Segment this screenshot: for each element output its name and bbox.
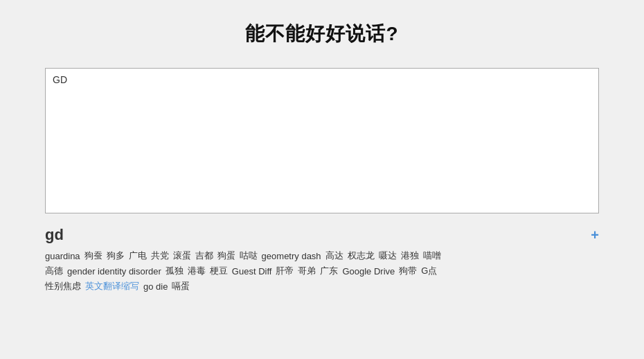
- suggestion-gudu[interactable]: 孤独: [166, 265, 184, 277]
- suggestion-guardina[interactable]: guardina: [45, 251, 80, 261]
- suggestion-guest-diff[interactable]: Guest Diff: [232, 266, 272, 277]
- suggestion-yingwen-fanyi[interactable]: 英文翻译缩写: [85, 280, 139, 292]
- suggestions-row-2: 高德 gender identity disorder 孤独 港毒 梗豆 Gue…: [45, 265, 599, 277]
- suggestion-gouduo[interactable]: 狗多: [107, 249, 125, 262]
- suggestion-google-drive[interactable]: Google Drive: [342, 266, 395, 277]
- suggestion-goudan[interactable]: 狗蛋: [217, 249, 235, 262]
- suggestions-container: gd + guardina 狗蚕 狗多 广电 共党 滚蛋 吉都 狗蛋 咕哒 ge…: [45, 226, 599, 295]
- suggestion-goucan[interactable]: 狗蚕: [84, 249, 102, 262]
- suggestion-guangdong[interactable]: 广东: [320, 265, 338, 277]
- suggestion-nieda[interactable]: 嗫达: [379, 249, 397, 262]
- suggestion-gundan[interactable]: 滚蛋: [173, 249, 191, 262]
- suggestion-gaode[interactable]: 高德: [45, 265, 63, 277]
- suggestion-gangdu2[interactable]: 港毒: [188, 265, 206, 277]
- suggestion-gedi[interactable]: 哥弟: [298, 265, 316, 277]
- suggestion-gongdang[interactable]: 共党: [151, 249, 169, 262]
- suggestion-guangdian[interactable]: 广电: [129, 249, 147, 262]
- suggestion-gdian[interactable]: G点: [421, 265, 437, 277]
- suggestion-miaoceng[interactable]: 喵噌: [423, 249, 441, 262]
- suggestion-gender-identity-disorder[interactable]: gender identity disorder: [67, 266, 161, 277]
- suggestion-go-die[interactable]: go die: [143, 281, 168, 292]
- suggestion-goudai[interactable]: 狗带: [399, 265, 417, 277]
- suggestion-xingbiejiaolv[interactable]: 性别焦虑: [45, 280, 81, 292]
- suggestions-plus-button[interactable]: +: [591, 227, 599, 243]
- suggestion-gedan[interactable]: 嗝蛋: [172, 280, 190, 292]
- suggestions-row-1: guardina 狗蚕 狗多 广电 共党 滚蛋 吉都 狗蛋 咕哒 geometr…: [45, 249, 599, 262]
- page-container: 能不能好好说话? gd + guardina 狗蚕 狗多 广电 共党 滚蛋 吉都…: [0, 0, 644, 359]
- suggestions-row-3: 性别焦虑 英文翻译缩写 go die 嗝蛋: [45, 280, 599, 292]
- input-textarea[interactable]: [45, 68, 599, 213]
- suggestion-jidu[interactable]: 吉都: [195, 249, 213, 262]
- suggestion-guda[interactable]: 咕哒: [240, 249, 258, 262]
- suggestions-header: gd +: [45, 226, 599, 244]
- suggestion-geometry-dash[interactable]: geometry dash: [262, 251, 321, 261]
- suggestions-keyword: gd: [45, 226, 64, 244]
- suggestion-gandi[interactable]: 肝帝: [276, 265, 294, 277]
- page-title: 能不能好好说话?: [245, 21, 398, 47]
- suggestion-quanzhilong[interactable]: 权志龙: [348, 249, 375, 262]
- suggestion-gaoda[interactable]: 高达: [325, 249, 343, 262]
- suggestion-gengdou[interactable]: 梗豆: [210, 265, 228, 277]
- suggestion-gangdu[interactable]: 港独: [401, 249, 419, 262]
